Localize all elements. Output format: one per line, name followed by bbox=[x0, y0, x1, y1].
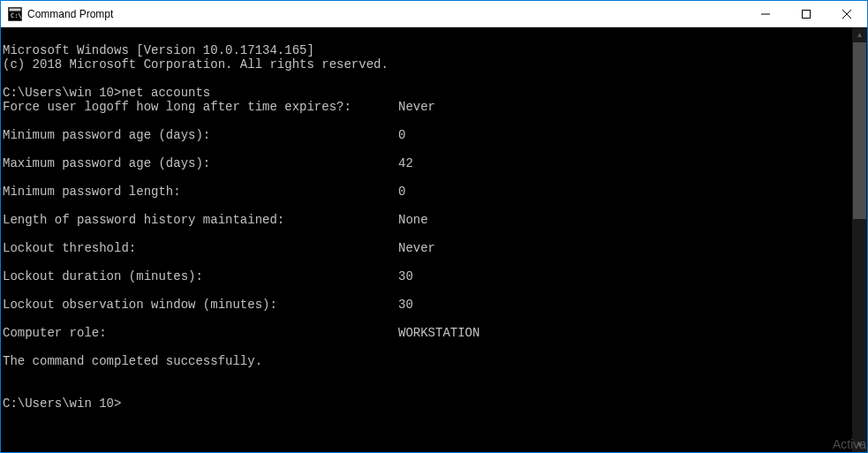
prompt-command: net accounts bbox=[121, 86, 210, 100]
output-label: Computer role: bbox=[3, 326, 398, 340]
maximize-button[interactable] bbox=[786, 1, 826, 26]
close-button[interactable] bbox=[826, 1, 867, 26]
output-row: Length of password history maintained:No… bbox=[3, 213, 852, 227]
output-row: Lockout threshold:Never bbox=[3, 241, 852, 255]
output-value: 42 bbox=[398, 156, 413, 170]
output-value: 30 bbox=[398, 269, 413, 283]
scrollbar-down-button[interactable]: ▼ bbox=[852, 437, 867, 452]
banner-line: Microsoft Windows [Version 10.0.17134.16… bbox=[3, 43, 314, 57]
output-row: Force user logoff how long after time ex… bbox=[3, 100, 852, 114]
command-prompt-window: C:\ Command Prompt Microsoft Windows [Ve… bbox=[0, 0, 868, 453]
output-value: WORKSTATION bbox=[398, 326, 479, 340]
banner-line: (c) 2018 Microsoft Corporation. All righ… bbox=[3, 57, 389, 72]
output-row: Lockout duration (minutes):30 bbox=[3, 269, 852, 283]
output-label: Minimum password age (days): bbox=[3, 128, 398, 142]
chevron-down-icon: ▼ bbox=[857, 442, 864, 449]
output-label: Lockout duration (minutes): bbox=[3, 269, 398, 283]
scrollbar-up-button[interactable]: ▲ bbox=[852, 27, 867, 42]
window-controls bbox=[745, 1, 867, 26]
output-row: Minimum password age (days):0 bbox=[3, 128, 852, 142]
output-label: Lockout threshold: bbox=[3, 241, 398, 255]
prompt-path: C:\Users\win 10> bbox=[3, 396, 121, 411]
output-row: Minimum password length:0 bbox=[3, 185, 852, 199]
prompt-line: C:\Users\win 10>net accounts bbox=[3, 86, 210, 100]
output-label: Maximum password age (days): bbox=[3, 156, 398, 170]
output-value: Never bbox=[398, 241, 435, 255]
window-title: Command Prompt bbox=[27, 8, 745, 20]
output-row: Computer role:WORKSTATION bbox=[3, 326, 852, 340]
terminal-area: Microsoft Windows [Version 10.0.17134.16… bbox=[1, 27, 867, 452]
completion-message: The command completed successfully. bbox=[3, 354, 262, 368]
output-value: 0 bbox=[398, 185, 405, 199]
terminal-output[interactable]: Microsoft Windows [Version 10.0.17134.16… bbox=[1, 27, 852, 452]
vertical-scrollbar[interactable]: ▲ ▼ bbox=[852, 27, 867, 452]
output-label: Length of password history maintained: bbox=[3, 213, 398, 227]
output-label: Force user logoff how long after time ex… bbox=[3, 100, 398, 114]
output-value: None bbox=[398, 213, 428, 227]
titlebar[interactable]: C:\ Command Prompt bbox=[1, 1, 867, 27]
output-label: Lockout observation window (minutes): bbox=[3, 298, 398, 312]
output-label: Minimum password length: bbox=[3, 185, 398, 199]
chevron-up-icon: ▲ bbox=[857, 32, 864, 39]
command-prompt-icon: C:\ bbox=[8, 7, 22, 21]
minimize-button[interactable] bbox=[745, 1, 786, 26]
output-row: Lockout observation window (minutes):30 bbox=[3, 298, 852, 312]
scrollbar-thumb[interactable] bbox=[853, 42, 866, 219]
output-value: Never bbox=[398, 100, 435, 114]
prompt-line: C:\Users\win 10> bbox=[3, 396, 121, 411]
prompt-path: C:\Users\win 10> bbox=[3, 86, 121, 100]
svg-rect-1 bbox=[10, 8, 21, 11]
svg-rect-4 bbox=[803, 10, 811, 18]
svg-text:C:\: C:\ bbox=[11, 12, 22, 19]
output-value: 0 bbox=[398, 128, 405, 142]
output-value: 30 bbox=[398, 298, 413, 312]
output-row: Maximum password age (days):42 bbox=[3, 156, 852, 170]
